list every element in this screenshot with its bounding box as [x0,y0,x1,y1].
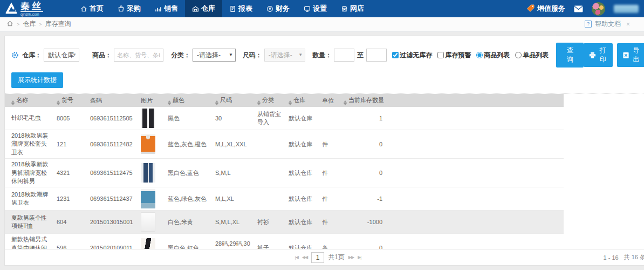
help-doc-link[interactable]: 帮助文档 [595,19,621,29]
next-page-icon[interactable]: ▶▶ [348,255,354,260]
cell-colors: 蓝色,灰色,橙色 [166,130,213,159]
warehouse-select[interactable]: 默认仓库▼ [44,49,79,62]
single-list-option[interactable]: 单品列表 [515,51,549,60]
nav-item-label: 设置 [313,4,327,14]
col-header-sizes[interactable]: 尺码 [213,94,255,107]
show-stats-button[interactable]: 展示统计数据 [11,72,63,88]
cell-barcode: 0693615112437 [88,187,139,211]
tag-icon [526,4,535,14]
product-image[interactable] [141,238,155,249]
cell-image [139,159,166,187]
col-header-name[interactable]: 名称 [5,94,54,107]
cell-warehouse: 默认仓库 [286,187,320,211]
table-row[interactable]: 2018秋季新款男裤潮牌宽松休闲裤男43210693615112475黑白色,蓝… [5,159,564,187]
last-page-icon[interactable]: ▶| [358,255,361,260]
filter-no-stock-checkbox[interactable] [392,52,399,58]
quantity-min-input[interactable] [334,49,354,62]
quantity-max-input[interactable] [366,49,387,62]
nav-item-report[interactable]: 报表 [222,0,259,17]
col-header-sku[interactable]: 货号 [54,94,88,107]
filter-no-stock-option[interactable]: 过滤无库存 [392,51,432,60]
cell-category [255,159,286,187]
table-row[interactable]: 夏款男装个性项链T恤6042015013015001白色,米黄S,M,L,XL衬… [5,211,564,234]
chevron-down-icon: ▼ [72,49,77,61]
filter-bar: 仓库： 默认仓库▼ 商品： 分类： -请选择-▼ 尺码： -请选择-▼ 数量： … [5,36,644,68]
breadcrumb-stock-query: 库存查询 [45,19,71,29]
stock-warning-option[interactable]: 库存预警 [437,51,471,60]
cell-sku: 4321 [54,159,88,187]
table-row[interactable]: 新款热销男式直筒中腰休闲裤5962015020109011黑白色,红色28码,2… [5,234,564,249]
nav-item-settings[interactable]: 设置 [297,0,334,17]
current-page-box[interactable]: 1 [311,252,324,263]
table-row[interactable]: 2018秋款潮牌男卫衣12310693615112437蓝色,绿色,灰色M,L,… [5,187,564,211]
value-added-services-link[interactable]: 增值服务 [526,4,565,14]
nav-item-shop[interactable]: 网店 [334,0,371,17]
cell-sku: 121 [54,130,88,159]
cell-category: 裤子 [255,234,286,249]
first-page-icon[interactable]: |◀ [295,255,298,260]
breadcrumb-warehouse[interactable]: 仓库 [23,19,36,29]
nav-item-purchase[interactable]: 采购 [111,0,148,17]
username-redacted [614,5,639,13]
product-image[interactable] [141,109,155,128]
brand-name: 秦丝 [20,2,43,12]
cell-category [255,130,286,159]
cell-name: 针织毛毛虫 [5,107,54,130]
quantity-label: 数量： [312,51,332,60]
print-button[interactable]: 打印 [584,43,612,67]
cell-category: 从销货宝导入 [255,107,286,130]
warehouse-icon [192,5,199,12]
search-button[interactable]: 查询 [556,43,584,68]
nav-item-sales[interactable]: 销售 [148,0,185,17]
to-label: 至 [357,51,364,60]
cell-barcode: 2015020109011 [88,234,139,249]
nav-item-finance[interactable]: 财务 [259,0,297,17]
product-image[interactable] [141,163,155,183]
cell-qty: 0 [341,159,386,187]
size-select[interactable]: -请选择-▼ [264,49,305,62]
cell-colors: 黑色 [166,107,213,130]
prev-page-icon[interactable]: ◀◀ [302,255,307,260]
cell-filler [386,159,564,187]
product-list-radio[interactable] [476,52,483,58]
cell-name: 2018秋款男装潮牌宽松套头卫衣 [5,130,54,159]
cell-image [139,211,166,234]
cell-filler [386,234,564,249]
messages-icon[interactable] [574,5,583,12]
product-search-input[interactable] [114,49,163,62]
cell-qty: 1 [341,107,386,130]
product-image[interactable] [141,189,155,208]
cell-sizes: M,L,XL [213,187,255,211]
brand-logo[interactable]: 秦丝 qinsilk.com [4,1,73,17]
pagination-bar: |◀ ◀◀ 1 共1页 ▶▶ ▶| 1 - 16 共 16 条 [5,249,644,265]
cell-image [139,234,166,249]
category-select[interactable]: -请选择-▼ [193,49,236,62]
product-list-option[interactable]: 商品列表 [476,51,510,60]
close-help-icon[interactable]: × [626,21,630,28]
nav-item-warehouse[interactable]: 仓库 [185,0,222,17]
cell-filler [386,187,564,211]
col-header-colors[interactable]: 颜色 [166,94,213,107]
col-header-category[interactable]: 分类 [255,94,286,107]
cell-barcode: 0693615112482 [88,130,139,159]
sort-icon [168,100,171,105]
product-image[interactable] [141,212,155,232]
col-header-qty[interactable]: 当前库存数量 [341,94,386,107]
nav-item-label: 财务 [276,4,290,14]
user-avatar[interactable] [592,2,605,16]
single-list-radio[interactable] [515,52,522,58]
export-button[interactable]: 导出 [617,43,644,67]
stock-warning-checkbox[interactable] [437,52,444,58]
qinsilk-logo-icon [4,1,18,17]
cell-colors: 白色,米黄 [166,211,213,234]
home-icon[interactable] [6,20,13,29]
col-header-warehouse[interactable]: 仓库 [286,94,320,107]
cell-barcode: 0693615112475 [88,159,139,187]
cell-qty: 0 [341,130,386,159]
gear-icon[interactable] [11,51,19,59]
product-image[interactable] [141,134,155,154]
table-row[interactable]: 2018秋款男装潮牌宽松套头卫衣1210693615112482蓝色,灰色,橙色… [5,130,564,159]
purchase-icon [118,5,125,12]
table-row[interactable]: 针织毛毛虫80050693615112505黑色30从销货宝导入默认仓库1 [5,107,564,130]
nav-item-home[interactable]: 首页 [73,0,111,17]
